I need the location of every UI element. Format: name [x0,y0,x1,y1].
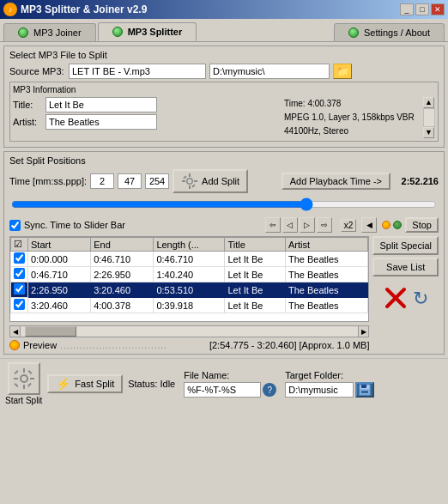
table-wrapper: ☑ Start End Length (... Title Artist 0:0… [9,236,369,350]
table-row[interactable]: 3:20.460 4:00.378 0:39.918 Let It Be The… [11,298,368,313]
artist-field-input[interactable] [45,114,157,130]
right-action-buttons: Split Special Save List ↻ [372,236,439,350]
svg-point-1 [188,179,192,184]
maximize-button[interactable]: □ [415,3,429,15]
filename-section: File Name: ? [184,370,276,398]
floppy-disk-icon [359,384,371,396]
nav-next-button[interactable]: ▷ [300,217,315,233]
row-check[interactable] [11,252,28,267]
status-section: Status: Idle [128,379,175,389]
sync-checkbox[interactable] [9,220,21,231]
svg-rect-4 [182,180,185,182]
time-row: Time [mm:ss.ppp]: Add Split Add Playback… [9,169,439,193]
filename-help-button[interactable]: ? [263,383,276,397]
row-end: 4:00.378 [91,298,154,313]
status-value: Idle [160,379,175,389]
save-folder-button[interactable] [355,382,374,398]
row-title: Let It Be [225,298,285,313]
svg-rect-18 [14,383,18,387]
source-label: Source MP3: [9,66,65,76]
row-start: 0:00.000 [28,252,91,267]
svg-rect-7 [191,184,195,187]
svg-rect-6 [183,175,186,179]
delete-refresh-row: ↻ [372,286,439,312]
x2-button[interactable]: x2 [341,219,357,232]
filename-label: File Name: [184,370,276,380]
nav-last-button[interactable]: ⇨ [317,217,332,233]
tab-joiner-label: MP3 Joiner [33,27,82,38]
horizontal-scrollbar[interactable]: ◀ ▶ [9,325,369,337]
time-mm-input[interactable] [90,173,114,189]
row-length: 0:46.710 [154,252,225,267]
delete-button[interactable] [384,286,408,312]
stop-button[interactable]: Stop [405,217,439,233]
tab-mp3joiner[interactable]: MP3 Joiner [3,23,96,41]
row-check-selected[interactable] [11,282,28,298]
title-field-input[interactable] [45,97,157,112]
target-label: Target Folder: [285,370,374,380]
scroll-track-h [21,326,358,337]
nav-play-prev-button[interactable]: ◀ [361,217,377,233]
scroll-thumb-h [25,326,76,337]
time-display: 2:52.216 [394,176,439,186]
mp3-info-title: MP3 Information [13,85,435,94]
preview-dot [9,340,20,350]
split-special-button[interactable]: Split Special [372,236,439,255]
time-ppp-input[interactable] [145,173,169,189]
add-split-button[interactable]: Add Split [173,169,248,193]
scroll-track [423,108,435,127]
title-field-label: Title: [13,100,43,110]
source-path-input[interactable] [209,64,330,79]
tab-mp3splitter[interactable]: MP3 Splitter [98,22,197,41]
table-row-selected[interactable]: 2:26.950 3:20.460 0:53.510 Let It Be The… [11,282,368,298]
svg-rect-2 [189,173,191,177]
sync-label: Sync. Time to Slider Bar [24,220,125,230]
filename-row: ? [184,382,276,398]
close-button[interactable]: ✕ [431,3,445,15]
time-label: Time [mm:ss.ppp]: [9,176,87,186]
nav-controls: ⇦ ◁ ▷ ⇨ x2 ◀ Stop [265,217,439,233]
svg-rect-5 [194,180,197,182]
info-scrollbar[interactable]: ▲ ▼ [423,97,435,138]
fast-split-button[interactable]: ⚡ Fast Split [47,374,123,393]
splits-table-container[interactable]: ☑ Start End Length (... Title Artist 0:0… [9,236,369,322]
time-ss-input[interactable] [118,173,142,189]
browse-folder-button[interactable]: 📁 [333,64,352,79]
add-playback-label: Add Playback Time -> [290,176,382,186]
target-section: Target Folder: [285,370,374,398]
row-length-selected: 0:53.510 [154,282,225,298]
filename-input[interactable] [184,382,261,398]
time-slider[interactable] [11,197,437,212]
refresh-button[interactable]: ↻ [413,286,428,312]
start-split-button[interactable]: Start Split [5,362,42,405]
row-check[interactable] [11,267,28,282]
tab-settings[interactable]: Settings / About [334,23,445,41]
scroll-up-btn[interactable]: ▲ [423,97,434,108]
nav-prev-button[interactable]: ◁ [282,217,298,233]
target-folder-input[interactable] [285,382,354,398]
nav-first-button[interactable]: ⇦ [265,217,281,233]
title-bar-buttons: _ □ ✕ [400,3,445,15]
splits-table: ☑ Start End Length (... Title Artist 0:0… [10,237,368,313]
row-start: 3:20.460 [28,298,91,313]
source-panel-title: Select MP3 File to Split [9,50,439,60]
add-playback-button[interactable]: Add Playback Time -> [282,173,390,190]
scroll-left-btn[interactable]: ◀ [10,326,21,337]
minimize-button[interactable]: _ [400,3,414,15]
row-length: 0:39.918 [154,298,225,313]
table-row[interactable]: 0:00.000 0:46.710 0:46.710 Let It Be The… [11,252,368,267]
row-check[interactable] [11,298,28,313]
col-check: ☑ [11,238,28,252]
svg-rect-15 [30,378,34,380]
settings-dot [348,27,359,38]
target-row [285,382,374,398]
artist-field-label: Artist: [13,117,43,127]
row-title: Let It Be [225,252,285,267]
joiner-dot [18,27,28,38]
scroll-right-btn[interactable]: ▶ [358,326,368,337]
col-start: Start [28,238,91,252]
scroll-down-btn[interactable]: ▼ [423,127,434,138]
source-filename-input[interactable] [69,64,206,79]
save-list-button[interactable]: Save List [372,258,439,276]
table-row[interactable]: 0:46.710 2:26.950 1:40.240 Let It Be The… [11,267,368,282]
